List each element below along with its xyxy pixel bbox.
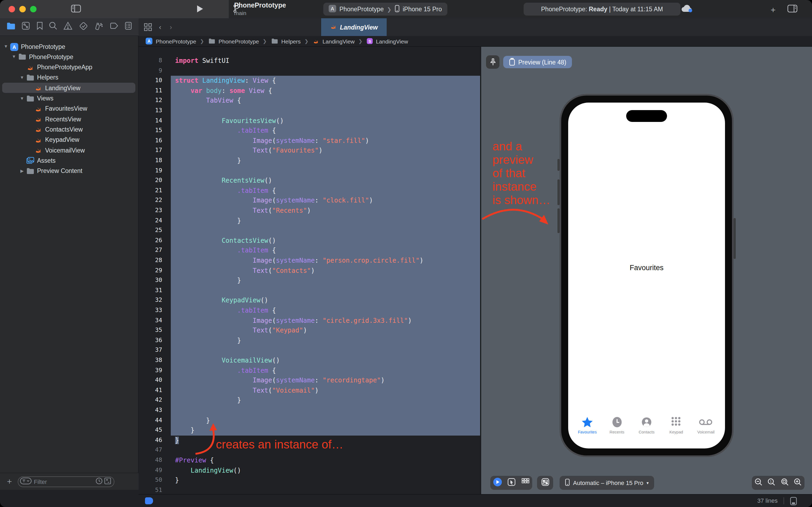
preview-device-selector[interactable]: Automatic – iPhone 15 Pro ▾ bbox=[560, 476, 654, 490]
code-line-32[interactable]: 32 KeypadView() bbox=[138, 296, 480, 305]
minimize-window-button[interactable] bbox=[19, 6, 26, 12]
code-line-25[interactable]: 25 bbox=[138, 226, 480, 235]
code-line-50[interactable]: 50} bbox=[138, 475, 480, 485]
code-line-17[interactable]: 17 Text("Favourites") bbox=[138, 146, 480, 156]
breadcrumb-item-phoneprototype[interactable]: PhonePrototype bbox=[208, 38, 259, 45]
iphone-screen[interactable]: Favourites FavouritesRecentsContactsKeyp… bbox=[568, 103, 725, 448]
code-line-48[interactable]: 48#Preview { bbox=[138, 455, 480, 465]
find-navigator-icon[interactable] bbox=[49, 21, 57, 32]
code-line-11[interactable]: 11 var body: some View { bbox=[138, 86, 480, 96]
breadcrumb-item-phoneprototype[interactable]: APhonePrototype bbox=[145, 37, 196, 45]
disclosure-right-icon[interactable]: ▶ bbox=[19, 168, 25, 173]
code-line-42[interactable]: 42 } bbox=[138, 396, 480, 405]
sidebar-item-assets[interactable]: Assets bbox=[2, 156, 135, 166]
code-line-33[interactable]: 33 .tabItem { bbox=[138, 305, 480, 316]
scheme-selector[interactable]: A PhonePrototype ❯ iPhone 15 Pro bbox=[323, 3, 447, 15]
recent-filter-icon[interactable] bbox=[96, 477, 103, 486]
code-line-34[interactable]: 34 Image(systemName: "circle.grid.3x3.fi… bbox=[138, 316, 480, 326]
device-doc-icon[interactable] bbox=[790, 497, 797, 507]
sidebar-item-voicemailview[interactable]: VoicemailView bbox=[2, 145, 135, 155]
sidebar-item-landingview[interactable]: LandingView bbox=[2, 83, 135, 93]
breadcrumb-item-landingview[interactable]: SLandingView bbox=[366, 38, 408, 45]
code-line-27[interactable]: 27 .tabItem { bbox=[138, 246, 480, 256]
code-line-51[interactable]: 51 bbox=[138, 486, 480, 494]
sidebar-item-favouritesview[interactable]: FavouritesView bbox=[2, 104, 135, 114]
code-line-29[interactable]: 29 Text("Contacts") bbox=[138, 266, 480, 276]
zoom-100-icon[interactable]: 1 bbox=[768, 478, 776, 488]
go-back-icon[interactable]: ‹ bbox=[159, 23, 161, 31]
sidebar-item-phoneprototype[interactable]: ▼PhonePrototype bbox=[2, 52, 135, 62]
editor-tab-landingview[interactable]: LandingView bbox=[321, 18, 387, 36]
activity-status[interactable]: PhonePrototype: Ready | Today at 11:15 A… bbox=[524, 3, 681, 15]
toggle-inspector-icon[interactable] bbox=[787, 4, 798, 15]
code-line-28[interactable]: 28 Image(systemName: "person.crop.circle… bbox=[138, 256, 480, 266]
breadcrumb-item-helpers[interactable]: Helpers bbox=[271, 38, 300, 45]
source-editor[interactable]: 8import SwiftUI910struct LandingView: Vi… bbox=[138, 47, 480, 494]
device-settings-button[interactable] bbox=[541, 478, 549, 488]
breakpoints-navigator-icon[interactable] bbox=[110, 22, 119, 32]
code-line-22[interactable]: 22 Image(systemName: "clock.fill") bbox=[138, 196, 480, 206]
selectable-preview-button[interactable] bbox=[508, 478, 516, 488]
bookmarks-navigator-icon[interactable] bbox=[36, 21, 43, 32]
phone-tab-contacts[interactable]: Contacts bbox=[632, 416, 661, 435]
preview-tab-button[interactable]: Preview (Line 48) bbox=[503, 56, 572, 68]
code-line-8[interactable]: 8import SwiftUI bbox=[138, 56, 480, 66]
variants-button[interactable] bbox=[521, 478, 529, 488]
sidebar-item-keypadview[interactable]: KeypadView bbox=[2, 134, 135, 145]
add-file-button[interactable]: ＋ bbox=[5, 476, 13, 487]
disclosure-down-icon[interactable]: ▼ bbox=[3, 44, 9, 49]
zoom-in-icon[interactable] bbox=[794, 478, 802, 488]
run-button[interactable] bbox=[196, 5, 204, 15]
code-line-41[interactable]: 41 Text("Voicemail") bbox=[138, 386, 480, 396]
debug-navigator-icon[interactable] bbox=[94, 21, 103, 33]
code-line-36[interactable]: 36 } bbox=[138, 336, 480, 346]
code-line-49[interactable]: 49 LandingView() bbox=[138, 465, 480, 475]
go-forward-icon[interactable]: › bbox=[170, 23, 172, 31]
code-line-35[interactable]: 35 Text("Keypad") bbox=[138, 326, 480, 335]
code-line-24[interactable]: 24 } bbox=[138, 216, 480, 226]
code-line-37[interactable]: 37 bbox=[138, 346, 480, 355]
reports-navigator-icon[interactable] bbox=[125, 21, 132, 32]
live-preview-button[interactable] bbox=[493, 477, 502, 489]
breadcrumb-item-landingview[interactable]: LandingView bbox=[312, 37, 355, 45]
add-tab-button[interactable]: ＋ bbox=[769, 5, 777, 15]
pin-preview-button[interactable] bbox=[486, 55, 500, 69]
code-line-40[interactable]: 40 Image(systemName: "recordingtape") bbox=[138, 376, 480, 385]
code-line-39[interactable]: 39 .tabItem { bbox=[138, 365, 480, 376]
code-line-16[interactable]: 16 Image(systemName: "star.fill") bbox=[138, 136, 480, 146]
zoom-window-button[interactable] bbox=[30, 6, 37, 12]
code-line-44[interactable]: 44 } bbox=[138, 415, 480, 426]
sidebar-item-recentsview[interactable]: RecentsView bbox=[2, 114, 135, 124]
code-line-18[interactable]: 18 } bbox=[138, 156, 480, 166]
zoom-fit-icon[interactable] bbox=[781, 478, 789, 488]
code-line-30[interactable]: 30 } bbox=[138, 276, 480, 285]
editor-bottom-badge-icon[interactable] bbox=[145, 497, 153, 504]
phone-tab-keypad[interactable]: Keypad bbox=[661, 416, 691, 435]
code-line-14[interactable]: 14 FavouritesView() bbox=[138, 116, 480, 126]
code-line-10[interactable]: 10struct LandingView: View { bbox=[138, 76, 480, 86]
code-line-26[interactable]: 26 ContactsView() bbox=[138, 236, 480, 246]
code-line-9[interactable]: 9 bbox=[138, 66, 480, 76]
scm-filter-icon[interactable] bbox=[104, 477, 111, 486]
code-line-21[interactable]: 21 .tabItem { bbox=[138, 186, 480, 196]
code-line-15[interactable]: 15 .tabItem { bbox=[138, 126, 480, 135]
disclosure-down-icon[interactable]: ▼ bbox=[19, 96, 25, 101]
sidebar-item-contactsview[interactable]: ContactsView bbox=[2, 124, 135, 134]
code-line-12[interactable]: 12 TabView { bbox=[138, 96, 480, 106]
phone-tab-recents[interactable]: Recents bbox=[602, 416, 632, 435]
close-window-button[interactable] bbox=[9, 6, 15, 12]
code-line-45[interactable]: 45 } bbox=[138, 426, 480, 435]
sidebar-item-preview-content[interactable]: ▶Preview Content bbox=[2, 166, 135, 176]
phone-tab-voicemail[interactable]: Voicemail bbox=[691, 416, 721, 435]
code-line-38[interactable]: 38 VoicemailView() bbox=[138, 355, 480, 365]
zoom-out-icon[interactable] bbox=[755, 478, 763, 488]
sidebar-item-phoneprototypeapp[interactable]: PhonePrototypeApp bbox=[2, 62, 135, 72]
code-line-43[interactable]: 43 bbox=[138, 405, 480, 415]
sidebar-item-helpers[interactable]: ▼Helpers bbox=[2, 72, 135, 83]
code-line-31[interactable]: 31 bbox=[138, 286, 480, 296]
code-line-13[interactable]: 13 bbox=[138, 106, 480, 116]
source-control-navigator-icon[interactable] bbox=[21, 21, 30, 32]
tab-overview-icon[interactable] bbox=[144, 23, 152, 33]
code-line-19[interactable]: 19 bbox=[138, 166, 480, 176]
toggle-sidebar-icon[interactable] bbox=[71, 4, 81, 15]
